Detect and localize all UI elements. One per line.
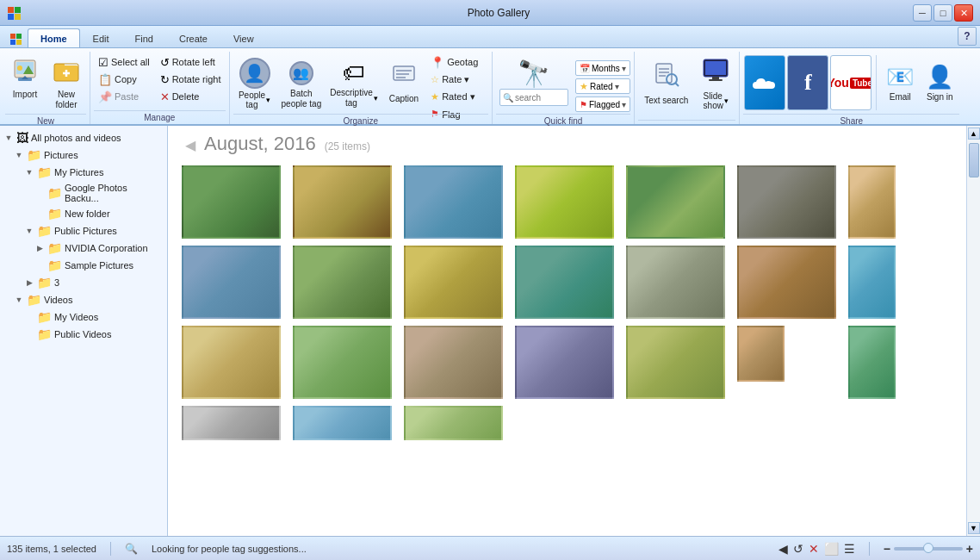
status-expand-icon[interactable]: ⬜ <box>824 542 839 556</box>
zoom-slider[interactable] <box>894 547 963 551</box>
sidebar-item-my-pictures[interactable]: ▼ 📁 My Pictures <box>0 164 167 181</box>
close-button[interactable]: ✕ <box>954 4 973 22</box>
public-videos-label: Public Videos <box>54 329 111 339</box>
status-rotate-icon[interactable]: ↺ <box>793 542 803 556</box>
scroll-up[interactable]: ▲ <box>968 128 980 140</box>
import-button[interactable]: Import <box>5 53 45 112</box>
rotate-left-button[interactable]: ↺ Rotate left <box>156 53 226 71</box>
photo-thumb-6[interactable] <box>737 165 836 239</box>
photo-thumb-23[interactable] <box>293 406 392 440</box>
paste-button[interactable]: 📌 Paste <box>94 88 154 105</box>
items-count: 135 items, 1 selected <box>7 544 96 554</box>
months-dropdown[interactable]: 📅 Months ▾ <box>575 60 630 76</box>
zoom-plus-button[interactable]: + <box>966 542 973 556</box>
batch-people-tag-button[interactable]: 👥 Batchpeople tag <box>278 53 326 112</box>
sidebar-item-videos[interactable]: ▼ 📁 Videos <box>0 291 167 308</box>
scrollbar[interactable]: ▲ ▼ <box>966 126 980 536</box>
rated-star-icon: ★ <box>431 91 439 103</box>
copy-button[interactable]: 📋 Copy <box>94 71 154 88</box>
sidebar-item-my-videos[interactable]: 📁 My Videos <box>0 308 167 326</box>
sidebar-item-google-photos[interactable]: 📁 Google Photos Backu... <box>0 181 167 205</box>
geotag-button[interactable]: 📍 Geotag <box>426 53 488 71</box>
youtube-share-button[interactable]: You Tube <box>830 55 871 110</box>
sidebar-item-new-folder[interactable]: 📁 New folder <box>0 205 167 222</box>
photo-thumb-11[interactable] <box>515 246 614 319</box>
photo-thumb-12[interactable] <box>626 246 725 319</box>
svg-rect-30 <box>705 61 726 75</box>
descriptive-tag-button[interactable]: 🏷 Descriptivetag ▾ <box>326 53 381 112</box>
sidebar-item-all-photos[interactable]: ▼ 🖼 All photos and videos <box>0 129 167 146</box>
tab-home[interactable]: Home <box>28 28 80 47</box>
rated-button[interactable]: ★ Rated ▾ <box>426 89 488 105</box>
rated-label: Rated ▾ <box>442 91 474 103</box>
select-all-button[interactable]: ☑ Select all <box>94 53 154 71</box>
photo-thumb-1[interactable] <box>182 165 281 239</box>
people-tag-button[interactable]: 👤 Peopletag ▾ <box>233 53 276 112</box>
photo-thumb-20[interactable] <box>737 326 785 382</box>
photo-thumb-21[interactable] <box>848 326 896 399</box>
sidebar-item-nvidia[interactable]: ▶ 📁 NVIDIA Corporation <box>0 240 167 257</box>
text-search-button[interactable]: Text search <box>638 53 694 112</box>
svg-rect-1 <box>15 7 21 13</box>
photo-thumb-17[interactable] <box>404 326 503 399</box>
scroll-down[interactable]: ▼ <box>968 522 980 534</box>
sample-label: Sample Pictures <box>65 260 133 271</box>
zoom-minus-button[interactable]: − <box>884 542 890 556</box>
new-folder-button[interactable]: Newfolder <box>47 53 86 112</box>
caption-icon <box>392 63 416 92</box>
photo-thumb-3[interactable] <box>404 165 503 239</box>
public-videos-icon: 📁 <box>37 327 52 341</box>
sidebar-item-3[interactable]: ▶ 📁 3 <box>0 274 167 291</box>
photo-thumb-22[interactable] <box>182 406 281 440</box>
help-button[interactable]: ? <box>958 27 977 46</box>
rated-dropdown[interactable]: ★ Rated ▾ <box>575 78 630 94</box>
status-back-icon[interactable]: ◀ <box>778 542 788 556</box>
photo-thumb-24[interactable] <box>404 406 503 440</box>
tab-find[interactable]: Find <box>122 28 166 47</box>
tab-view-icon[interactable] <box>3 28 28 47</box>
search-input[interactable] <box>515 93 565 103</box>
facebook-share-button[interactable]: f <box>787 55 828 110</box>
rate-button[interactable]: ☆ Rate ▾ <box>426 72 488 88</box>
photo-thumb-13[interactable] <box>737 246 836 319</box>
sidebar-item-public-pictures[interactable]: ▼ 📁 Public Pictures <box>0 222 167 240</box>
rotate-right-button[interactable]: ↻ Rotate right <box>156 71 226 88</box>
status-list-icon[interactable]: ☰ <box>844 542 855 556</box>
tube-text: Tube <box>850 78 871 89</box>
photo-thumb-8[interactable] <box>182 246 281 319</box>
minimize-button[interactable]: ─ <box>913 4 932 22</box>
photo-thumb-10[interactable] <box>404 246 503 319</box>
group-view-label <box>638 120 735 124</box>
status-delete-icon[interactable]: ✕ <box>809 542 819 556</box>
photo-thumb-2[interactable] <box>293 165 392 239</box>
caption-button[interactable]: Caption <box>383 53 425 112</box>
tab-view[interactable]: View <box>220 28 267 47</box>
tab-create[interactable]: Create <box>166 28 220 47</box>
flagged-dropdown[interactable]: ⚑ Flagged ▾ <box>575 96 630 112</box>
photo-thumb-15[interactable] <box>182 326 281 399</box>
email-button[interactable]: 📧 Email <box>880 53 920 112</box>
sidebar-item-public-videos[interactable]: 📁 Public Videos <box>0 326 167 343</box>
zoom-thumb[interactable] <box>923 543 933 553</box>
maximize-button[interactable]: □ <box>933 4 952 22</box>
photo-thumb-9[interactable] <box>293 246 392 319</box>
slide-show-button[interactable]: Slideshow ▾ <box>696 53 735 112</box>
photo-thumb-4[interactable] <box>515 165 614 239</box>
sidebar-item-sample[interactable]: 📁 Sample Pictures <box>0 257 167 274</box>
onedrive-share-button[interactable] <box>744 55 785 110</box>
photo-thumb-19[interactable] <box>626 326 725 399</box>
scroll-thumb[interactable] <box>969 143 979 177</box>
people-tag-status: Looking for people tag suggestions... <box>152 544 307 554</box>
tab-edit[interactable]: Edit <box>80 28 122 47</box>
sign-in-button[interactable]: 👤 Sign in <box>920 53 959 112</box>
photo-thumb-16[interactable] <box>293 326 392 399</box>
title-bar: Photo Gallery ─ □ ✕ <box>0 0 980 26</box>
photo-thumb-7[interactable] <box>848 165 896 239</box>
delete-button[interactable]: ✕ Delete <box>156 88 226 105</box>
photo-thumb-5[interactable] <box>626 165 725 239</box>
photo-thumb-14[interactable] <box>848 246 896 319</box>
photo-thumb-18[interactable] <box>515 326 614 399</box>
sidebar-item-pictures[interactable]: ▼ 📁 Pictures <box>0 146 167 164</box>
rotate-right-label: Rotate right <box>172 74 221 84</box>
month-nav-prev[interactable]: ◀ <box>185 137 195 153</box>
